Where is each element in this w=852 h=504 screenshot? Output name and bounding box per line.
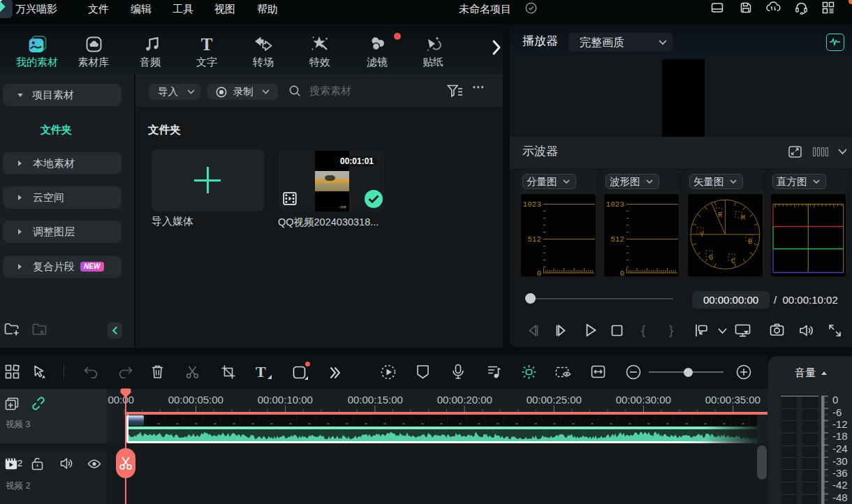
svg-text:0: 0 [536, 269, 541, 276]
svg-text:1023: 1023 [523, 200, 541, 209]
svg-text:G: G [709, 254, 713, 262]
svg-text:1023: 1023 [606, 200, 624, 209]
svg-text:0: 0 [619, 269, 624, 276]
svg-text:B: B [748, 238, 752, 246]
svg-text:512: 512 [527, 235, 541, 244]
svg-text:C: C [731, 258, 735, 265]
svg-text:R: R [718, 212, 722, 219]
svg-text:512: 512 [610, 235, 624, 244]
svg-text:Y: Y [700, 231, 704, 239]
